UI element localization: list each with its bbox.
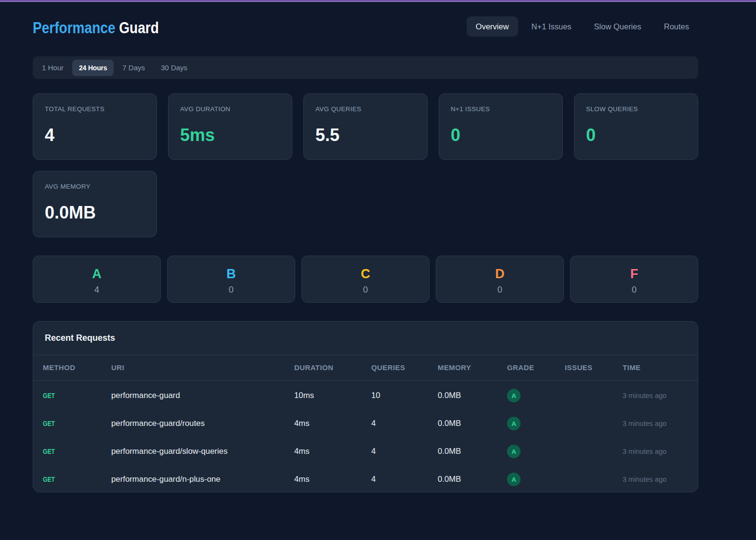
table-row[interactable]: GET performance-guard 10ms 10 0.0MB A 3 … <box>33 380 698 408</box>
cell-time: 3 minutes ago <box>613 436 698 464</box>
stat-label: SLOW QUERIES <box>586 104 686 114</box>
col-header-queries: QUERIES <box>362 355 428 380</box>
cell-queries: 4 <box>362 408 428 436</box>
col-header-issues: ISSUES <box>555 355 613 380</box>
recent-requests-header: Recent Requests <box>33 321 698 355</box>
stat-value: 0.0MB <box>45 202 145 223</box>
stat-label: AVG QUERIES <box>315 104 416 114</box>
stat-label: AVG MEMORY <box>45 182 145 192</box>
stat-card-avg-duration: AVG DURATION 5ms <box>168 93 292 160</box>
method-label: GET <box>43 448 55 455</box>
time-range-selector: 1 Hour 24 Hours 7 Days 30 Days <box>33 56 698 79</box>
cell-uri: performance-guard/n-plus-one <box>102 464 285 492</box>
stat-label: TOTAL REQUESTS <box>45 104 145 114</box>
recent-requests-card: Recent Requests METHOD URI DURATION QUER… <box>33 321 698 492</box>
nav-item-routes[interactable]: Routes <box>655 16 698 37</box>
stat-card-slow-queries: SLOW QUERIES 0 <box>574 93 698 160</box>
page-container: Performance Guard Overview N+1 Issues Sl… <box>33 16 698 492</box>
stat-card-total-requests: TOTAL REQUESTS 4 <box>33 93 157 160</box>
cell-grade: A <box>497 436 555 464</box>
cell-queries: 4 <box>362 464 428 492</box>
nav-item-slow-queries[interactable]: Slow Queries <box>585 16 651 37</box>
top-accent-bar <box>0 0 756 2</box>
table-header-row: METHOD URI DURATION QUERIES MEMORY GRADE… <box>33 355 698 380</box>
cell-time: 3 minutes ago <box>613 408 698 436</box>
stat-label: N+1 ISSUES <box>451 104 551 114</box>
grade-card-b: B 0 <box>167 256 295 303</box>
col-header-memory: MEMORY <box>428 355 497 380</box>
stat-value: 0 <box>451 125 551 146</box>
cell-issues <box>555 464 613 492</box>
grade-badge: A <box>507 445 521 458</box>
grade-badge: A <box>507 389 521 402</box>
cell-issues <box>555 408 613 436</box>
cell-duration: 4ms <box>285 464 362 492</box>
stat-value: 5ms <box>180 125 280 146</box>
cell-grade: A <box>497 408 555 436</box>
cell-queries: 10 <box>362 380 428 408</box>
grade-card-f: F 0 <box>570 256 698 303</box>
stats-grid: TOTAL REQUESTS 4 AVG DURATION 5ms AVG QU… <box>33 93 698 237</box>
grades-grid: A 4 B 0 C 0 D 0 F 0 <box>33 256 698 303</box>
cell-time: 3 minutes ago <box>613 464 698 492</box>
cell-grade: A <box>497 464 555 492</box>
method-label: GET <box>43 392 55 399</box>
stat-card-avg-memory: AVG MEMORY 0.0MB <box>33 171 157 237</box>
grade-letter: F <box>571 266 698 282</box>
col-header-grade: GRADE <box>497 355 555 380</box>
grade-count: 4 <box>33 285 160 295</box>
cell-memory: 0.0MB <box>428 464 497 492</box>
cell-duration: 4ms <box>285 408 362 436</box>
cell-queries: 4 <box>362 436 428 464</box>
cell-issues <box>555 380 613 408</box>
grade-count: 0 <box>302 285 429 295</box>
time-range-30-days[interactable]: 30 Days <box>154 60 195 76</box>
time-range-1-hour[interactable]: 1 Hour <box>35 60 71 76</box>
cell-memory: 0.0MB <box>428 408 497 436</box>
stat-label: AVG DURATION <box>180 104 280 114</box>
col-header-uri: URI <box>102 355 285 380</box>
grade-badge: A <box>507 417 521 430</box>
cell-grade: A <box>497 380 555 408</box>
cell-method: GET <box>33 408 102 436</box>
time-range-7-days[interactable]: 7 Days <box>115 60 152 76</box>
method-label: GET <box>43 476 55 483</box>
main-nav: Overview N+1 Issues Slow Queries Routes <box>467 16 698 37</box>
method-label: GET <box>43 420 55 427</box>
grade-count: 0 <box>168 285 295 295</box>
title-brand: Performance <box>33 19 116 37</box>
stat-value: 5.5 <box>315 125 416 146</box>
stat-card-avg-queries: AVG QUERIES 5.5 <box>303 93 428 160</box>
cell-method: GET <box>33 436 102 464</box>
grade-card-d: D 0 <box>436 256 564 303</box>
grade-letter: C <box>302 266 429 282</box>
col-header-duration: DURATION <box>285 355 362 380</box>
stat-card-n-plus-1-issues: N+1 ISSUES 0 <box>439 93 563 160</box>
cell-method: GET <box>33 380 102 408</box>
cell-duration: 10ms <box>285 380 362 408</box>
cell-memory: 0.0MB <box>428 380 497 408</box>
nav-item-n-plus-1-issues[interactable]: N+1 Issues <box>522 16 581 37</box>
cell-memory: 0.0MB <box>428 436 497 464</box>
page-header: Performance Guard Overview N+1 Issues Sl… <box>33 16 698 39</box>
stat-value: 0 <box>586 125 686 146</box>
recent-requests-title: Recent Requests <box>45 333 115 343</box>
table-row[interactable]: GET performance-guard/routes 4ms 4 0.0MB… <box>33 408 698 436</box>
page-title: Performance Guard <box>33 19 159 37</box>
time-range-24-hours[interactable]: 24 Hours <box>72 60 114 76</box>
table-row[interactable]: GET performance-guard/n-plus-one 4ms 4 0… <box>33 464 698 492</box>
cell-method: GET <box>33 464 102 492</box>
cell-uri: performance-guard/slow-queries <box>102 436 285 464</box>
grade-count: 0 <box>571 285 698 295</box>
grade-card-c: C 0 <box>301 256 430 303</box>
nav-item-overview[interactable]: Overview <box>467 16 518 37</box>
table-row[interactable]: GET performance-guard/slow-queries 4ms 4… <box>33 436 698 464</box>
cell-uri: performance-guard <box>102 380 285 408</box>
grade-letter: B <box>168 266 295 282</box>
col-header-time: TIME <box>613 355 698 380</box>
grade-card-a: A 4 <box>33 256 161 303</box>
grade-letter: A <box>33 266 160 282</box>
cell-issues <box>555 436 613 464</box>
cell-duration: 4ms <box>285 436 362 464</box>
recent-requests-table: METHOD URI DURATION QUERIES MEMORY GRADE… <box>33 355 698 492</box>
